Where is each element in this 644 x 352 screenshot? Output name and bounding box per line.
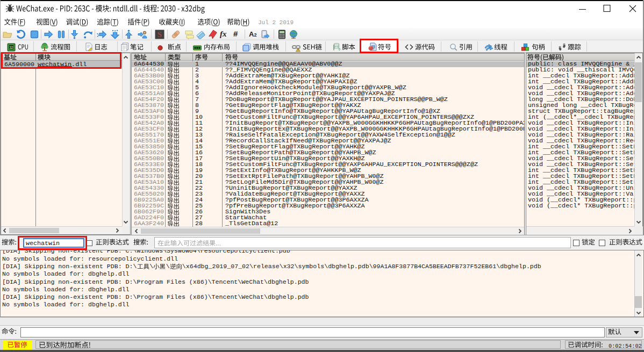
svg-text:32: 32 <box>9 46 13 49</box>
svg-text:!: ! <box>298 48 299 52</box>
svg-text:<>: <> <box>334 45 339 49</box>
svg-text:S: S <box>158 30 162 39</box>
